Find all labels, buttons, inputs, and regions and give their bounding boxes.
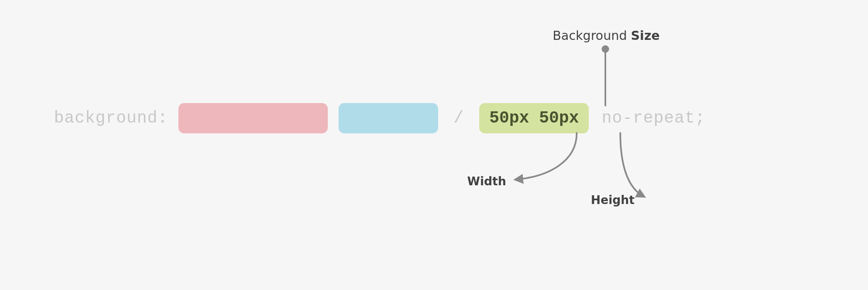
annotation-bold: Size	[631, 28, 660, 43]
css-property: background:	[54, 109, 178, 128]
connector-top	[601, 45, 610, 106]
token-position: top left	[339, 103, 438, 133]
annotation-prefix: Background	[553, 28, 631, 43]
token-url: url(cool.jpg)	[178, 103, 328, 133]
css-slash: /	[443, 109, 474, 128]
token-size: 50px 50px	[479, 103, 589, 133]
connector-width	[510, 133, 585, 183]
css-short-hand-line: background: url(cool.jpg) top left / 50p…	[54, 103, 705, 133]
css-repeat: no-repeat;	[591, 109, 705, 128]
annotation-width: Width	[467, 174, 506, 188]
connector-height	[597, 133, 656, 199]
annotation-background-size: Background Size	[553, 28, 660, 43]
